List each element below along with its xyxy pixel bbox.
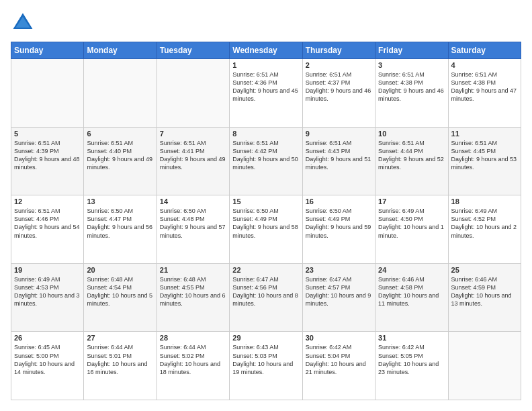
- calendar-week-row: 26Sunrise: 6:45 AM Sunset: 5:00 PM Dayli…: [11, 332, 521, 400]
- weekday-header-row: SundayMondayTuesdayWednesdayThursdayFrid…: [11, 42, 521, 59]
- day-number: 7: [160, 130, 226, 138]
- day-info: Sunrise: 6:42 AM Sunset: 5:05 PM Dayligh…: [378, 343, 445, 376]
- day-info: Sunrise: 6:47 AM Sunset: 4:57 PM Dayligh…: [306, 275, 372, 308]
- calendar-cell: [448, 332, 521, 400]
- day-number: 9: [306, 130, 372, 138]
- calendar-week-row: 19Sunrise: 6:49 AM Sunset: 4:53 PM Dayli…: [11, 263, 521, 332]
- day-info: Sunrise: 6:50 AM Sunset: 4:47 PM Dayligh…: [87, 207, 153, 240]
- weekday-header: Friday: [375, 42, 448, 59]
- day-info: Sunrise: 6:51 AM Sunset: 4:40 PM Dayligh…: [87, 139, 153, 172]
- day-number: 6: [87, 130, 153, 138]
- calendar-week-row: 5Sunrise: 6:51 AM Sunset: 4:39 PM Daylig…: [11, 127, 521, 195]
- day-number: 22: [232, 266, 299, 274]
- calendar-cell: 12Sunrise: 6:51 AM Sunset: 4:46 PM Dayli…: [11, 195, 84, 264]
- day-info: Sunrise: 6:51 AM Sunset: 4:41 PM Dayligh…: [160, 139, 226, 172]
- day-number: 5: [14, 130, 81, 138]
- day-info: Sunrise: 6:46 AM Sunset: 4:58 PM Dayligh…: [378, 275, 445, 308]
- day-number: 30: [306, 334, 372, 342]
- day-info: Sunrise: 6:51 AM Sunset: 4:38 PM Dayligh…: [378, 71, 445, 103]
- calendar-cell: 30Sunrise: 6:42 AM Sunset: 5:04 PM Dayli…: [302, 332, 375, 400]
- day-info: Sunrise: 6:49 AM Sunset: 4:53 PM Dayligh…: [14, 275, 81, 308]
- day-number: 27: [87, 334, 153, 342]
- weekday-header: Sunday: [11, 42, 84, 59]
- day-info: Sunrise: 6:51 AM Sunset: 4:46 PM Dayligh…: [14, 207, 81, 240]
- calendar-cell: 18Sunrise: 6:49 AM Sunset: 4:52 PM Dayli…: [448, 195, 521, 264]
- calendar-cell: 17Sunrise: 6:49 AM Sunset: 4:50 PM Dayli…: [375, 195, 448, 264]
- calendar-cell: 20Sunrise: 6:48 AM Sunset: 4:54 PM Dayli…: [84, 263, 157, 332]
- day-number: 21: [160, 266, 226, 274]
- calendar-cell: 9Sunrise: 6:51 AM Sunset: 4:43 PM Daylig…: [302, 127, 375, 195]
- day-info: Sunrise: 6:46 AM Sunset: 4:59 PM Dayligh…: [451, 275, 518, 308]
- calendar-cell: 8Sunrise: 6:51 AM Sunset: 4:42 PM Daylig…: [230, 127, 302, 195]
- calendar-cell: [157, 59, 229, 128]
- calendar-cell: 21Sunrise: 6:48 AM Sunset: 4:55 PM Dayli…: [157, 263, 229, 332]
- day-info: Sunrise: 6:42 AM Sunset: 5:04 PM Dayligh…: [306, 343, 372, 376]
- calendar-cell: [11, 59, 84, 128]
- calendar-cell: 29Sunrise: 6:43 AM Sunset: 5:03 PM Dayli…: [230, 332, 302, 400]
- calendar-cell: 5Sunrise: 6:51 AM Sunset: 4:39 PM Daylig…: [11, 127, 84, 195]
- day-info: Sunrise: 6:51 AM Sunset: 4:42 PM Dayligh…: [232, 139, 299, 172]
- day-number: 18: [451, 197, 518, 205]
- day-number: 28: [160, 334, 226, 342]
- day-number: 17: [378, 197, 445, 205]
- day-number: 13: [87, 197, 153, 205]
- day-number: 4: [451, 61, 518, 69]
- day-number: 2: [306, 61, 372, 69]
- day-number: 12: [14, 197, 81, 205]
- calendar-cell: 13Sunrise: 6:50 AM Sunset: 4:47 PM Dayli…: [84, 195, 157, 264]
- day-number: 3: [378, 61, 445, 69]
- day-info: Sunrise: 6:49 AM Sunset: 4:50 PM Dayligh…: [378, 207, 445, 240]
- calendar-cell: 27Sunrise: 6:44 AM Sunset: 5:01 PM Dayli…: [84, 332, 157, 400]
- calendar-cell: [84, 59, 157, 128]
- weekday-header: Saturday: [448, 42, 521, 59]
- day-info: Sunrise: 6:51 AM Sunset: 4:39 PM Dayligh…: [14, 139, 81, 172]
- calendar-cell: 19Sunrise: 6:49 AM Sunset: 4:53 PM Dayli…: [11, 263, 84, 332]
- day-number: 20: [87, 266, 153, 274]
- day-info: Sunrise: 6:49 AM Sunset: 4:52 PM Dayligh…: [451, 207, 518, 240]
- day-info: Sunrise: 6:51 AM Sunset: 4:43 PM Dayligh…: [306, 139, 372, 172]
- day-info: Sunrise: 6:47 AM Sunset: 4:56 PM Dayligh…: [232, 275, 299, 308]
- calendar-week-row: 12Sunrise: 6:51 AM Sunset: 4:46 PM Dayli…: [11, 195, 521, 264]
- calendar-week-row: 1Sunrise: 6:51 AM Sunset: 4:36 PM Daylig…: [11, 59, 521, 128]
- calendar-cell: 16Sunrise: 6:50 AM Sunset: 4:49 PM Dayli…: [302, 195, 375, 264]
- day-number: 8: [232, 130, 299, 138]
- day-info: Sunrise: 6:50 AM Sunset: 4:48 PM Dayligh…: [160, 207, 226, 240]
- calendar-cell: 23Sunrise: 6:47 AM Sunset: 4:57 PM Dayli…: [302, 263, 375, 332]
- day-info: Sunrise: 6:44 AM Sunset: 5:01 PM Dayligh…: [87, 343, 153, 376]
- day-number: 16: [306, 197, 372, 205]
- calendar-table: SundayMondayTuesdayWednesdayThursdayFrid…: [11, 42, 521, 400]
- logo-icon: [11, 11, 35, 35]
- day-number: 23: [306, 266, 372, 274]
- weekday-header: Wednesday: [230, 42, 302, 59]
- day-info: Sunrise: 6:44 AM Sunset: 5:02 PM Dayligh…: [160, 343, 226, 376]
- day-number: 11: [451, 130, 518, 138]
- weekday-header: Tuesday: [157, 42, 229, 59]
- day-number: 15: [232, 197, 299, 205]
- calendar-cell: 11Sunrise: 6:51 AM Sunset: 4:45 PM Dayli…: [448, 127, 521, 195]
- day-info: Sunrise: 6:43 AM Sunset: 5:03 PM Dayligh…: [232, 343, 299, 376]
- calendar-cell: 22Sunrise: 6:47 AM Sunset: 4:56 PM Dayli…: [230, 263, 302, 332]
- day-info: Sunrise: 6:51 AM Sunset: 4:36 PM Dayligh…: [232, 71, 299, 103]
- calendar-cell: 1Sunrise: 6:51 AM Sunset: 4:36 PM Daylig…: [230, 59, 302, 128]
- calendar-cell: 15Sunrise: 6:50 AM Sunset: 4:49 PM Dayli…: [230, 195, 302, 264]
- weekday-header: Monday: [84, 42, 157, 59]
- calendar-cell: 7Sunrise: 6:51 AM Sunset: 4:41 PM Daylig…: [157, 127, 229, 195]
- calendar-cell: 10Sunrise: 6:51 AM Sunset: 4:44 PM Dayli…: [375, 127, 448, 195]
- day-number: 24: [378, 266, 445, 274]
- day-number: 14: [160, 197, 226, 205]
- calendar-cell: 3Sunrise: 6:51 AM Sunset: 4:38 PM Daylig…: [375, 59, 448, 128]
- day-number: 29: [232, 334, 299, 342]
- day-number: 31: [378, 334, 445, 342]
- calendar-cell: 24Sunrise: 6:46 AM Sunset: 4:58 PM Dayli…: [375, 263, 448, 332]
- day-info: Sunrise: 6:51 AM Sunset: 4:38 PM Dayligh…: [451, 71, 518, 103]
- calendar-cell: 26Sunrise: 6:45 AM Sunset: 5:00 PM Dayli…: [11, 332, 84, 400]
- calendar-cell: 2Sunrise: 6:51 AM Sunset: 4:37 PM Daylig…: [302, 59, 375, 128]
- calendar-cell: 28Sunrise: 6:44 AM Sunset: 5:02 PM Dayli…: [157, 332, 229, 400]
- day-info: Sunrise: 6:45 AM Sunset: 5:00 PM Dayligh…: [14, 343, 81, 376]
- header: [11, 11, 521, 35]
- calendar-cell: 25Sunrise: 6:46 AM Sunset: 4:59 PM Dayli…: [448, 263, 521, 332]
- calendar-cell: 6Sunrise: 6:51 AM Sunset: 4:40 PM Daylig…: [84, 127, 157, 195]
- page: SundayMondayTuesdayWednesdayThursdayFrid…: [0, 0, 532, 411]
- weekday-header: Thursday: [302, 42, 375, 59]
- day-info: Sunrise: 6:51 AM Sunset: 4:44 PM Dayligh…: [378, 139, 445, 172]
